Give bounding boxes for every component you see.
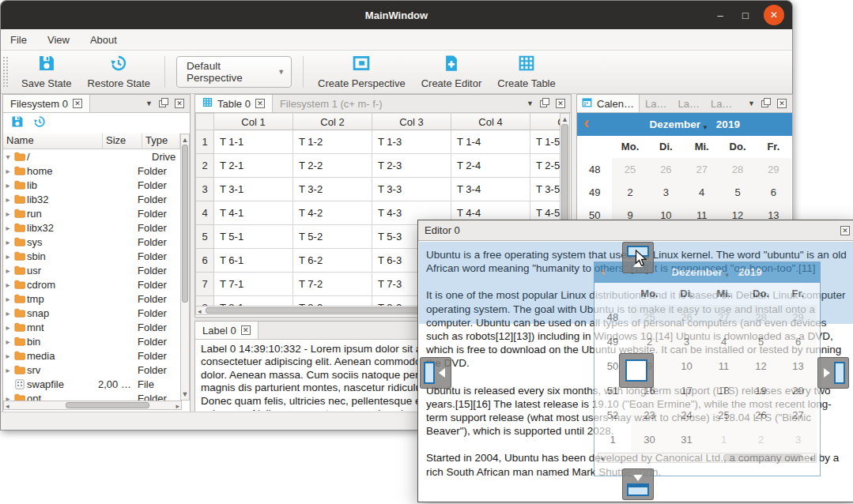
tree-expander-icon[interactable]: ▸ <box>3 366 13 374</box>
create-perspective-button[interactable]: Create Perspective <box>310 51 413 92</box>
tree-expander-icon[interactable]: ▸ <box>3 337 13 346</box>
editor-titlebar[interactable]: Editor 0 ✕ <box>418 220 853 241</box>
tree-column-header[interactable]: Type <box>142 134 180 149</box>
tab-calendar[interactable]: Calen… <box>577 95 640 112</box>
tree-column-header[interactable]: Size <box>103 134 142 149</box>
calendar-day-cell[interactable]: 4 <box>684 181 719 204</box>
tab-filesystem-1[interactable]: Filesystem 1 (c+ m- f-) <box>273 95 390 112</box>
table-corner-cell[interactable] <box>195 113 214 130</box>
tree-horizontal-scrollbar[interactable]: ◂ ▸ <box>3 401 182 410</box>
tree-header[interactable]: NameSizeType <box>3 134 180 149</box>
calendar-prev-icon[interactable]: ‹ <box>577 115 597 135</box>
calendar-day-cell[interactable]: 26 <box>648 158 684 181</box>
minimize-button[interactable]: – <box>713 9 727 21</box>
table-column-header[interactable]: Col 3 <box>372 113 451 130</box>
table-cell[interactable]: T 4-1 <box>214 201 293 225</box>
table-cell[interactable]: T 3-1 <box>214 178 293 201</box>
table-cell[interactable]: T 6-2 <box>293 249 372 273</box>
dock-menu-icon[interactable]: ▼ <box>748 100 755 107</box>
undock-icon[interactable] <box>761 96 771 111</box>
tree-row-bin[interactable]: ▸binFolder <box>3 334 182 348</box>
table-cell[interactable]: T 2-3 <box>372 154 451 178</box>
tab-close-icon[interactable]: ✕ <box>255 99 265 108</box>
table-column-header[interactable]: Col 2 <box>293 113 372 130</box>
tree-row-opt[interactable]: ▸optFolder <box>3 391 182 401</box>
editor-close-icon[interactable]: ✕ <box>840 226 850 235</box>
table-row-header[interactable]: 6 <box>195 249 214 273</box>
table-cell[interactable]: T 8-1 <box>214 296 293 306</box>
tree-expander-icon[interactable]: ▸ <box>3 266 13 275</box>
table-cell[interactable]: T 2-1 <box>214 154 293 178</box>
table-cell[interactable]: T 2-2 <box>293 154 372 178</box>
table-column-header[interactable]: Col 1 <box>214 113 293 130</box>
table-row-header[interactable]: 3 <box>195 178 214 201</box>
table-row-header[interactable]: 4 <box>195 201 214 225</box>
calendar-month-year[interactable]: Dezember▼2019 <box>597 118 792 131</box>
tree-row-cdrom[interactable]: ▸cdromFolder <box>3 277 182 291</box>
calendar-day-cell[interactable]: 28 <box>719 158 755 181</box>
tab-filesystem-0[interactable]: Filesystem 0 ✕ <box>3 95 90 112</box>
tree-expander-icon[interactable]: ▸ <box>3 181 13 190</box>
dock-close-icon[interactable]: ✕ <box>777 99 787 108</box>
calendar-day-cell[interactable]: 25 <box>612 158 647 181</box>
table-cell[interactable]: T 7-2 <box>293 273 372 296</box>
close-button[interactable]: ✕ <box>764 5 784 25</box>
tree-expander-icon[interactable]: ▾ <box>3 152 13 161</box>
tab-close-icon[interactable]: ✕ <box>73 99 82 108</box>
menu-view[interactable]: View <box>47 34 70 46</box>
table-cell[interactable]: T 5-2 <box>293 225 372 249</box>
dock-menu-icon[interactable]: ▼ <box>145 100 153 107</box>
dock-indicator-right[interactable] <box>817 357 849 389</box>
dock-indicator-center[interactable] <box>619 353 654 388</box>
tree-row-home[interactable]: ▸homeFolder <box>3 164 182 178</box>
tree-row-snap[interactable]: ▸snapFolder <box>3 306 182 320</box>
dock-indicator-left[interactable] <box>420 357 451 389</box>
menu-about[interactable]: About <box>90 34 117 46</box>
restore-state-button[interactable]: Restore State <box>80 51 159 92</box>
tree-expander-icon[interactable]: ▸ <box>3 195 13 204</box>
table-cell[interactable]: T 4-2 <box>293 201 372 225</box>
table-row-header[interactable]: 2 <box>195 154 214 178</box>
tree-vertical-scrollbar[interactable]: ▲ ▼ <box>180 134 190 401</box>
table-column-header[interactable]: Col 5 <box>530 113 560 130</box>
table-cell[interactable]: T 7-1 <box>214 273 293 296</box>
calendar-day-cell[interactable]: 6 <box>756 181 791 204</box>
table-cell[interactable]: T 1-3 <box>372 130 451 154</box>
calendar-day-cell[interactable]: 29 <box>756 158 791 181</box>
table-cell[interactable]: T 3-5 <box>530 178 560 201</box>
tree-expander-icon[interactable]: ▸ <box>3 280 13 289</box>
table-row-header[interactable]: 1 <box>195 130 214 154</box>
create-editor-button[interactable]: Create Editor <box>413 51 490 92</box>
table-cell[interactable]: T 3-3 <box>372 178 451 201</box>
tree-expander-icon[interactable]: ▸ <box>3 352 13 360</box>
tree-row-media[interactable]: ▸mediaFolder <box>3 348 182 363</box>
tree-expander-icon[interactable]: ▸ <box>3 295 13 303</box>
tree-expander-icon[interactable]: ▸ <box>3 394 13 401</box>
calendar-day-cell[interactable]: 27 <box>684 158 719 181</box>
dock-close-icon[interactable]: ✕ <box>175 99 184 108</box>
tree-row-swapfile[interactable]: swapfile2,00 …File <box>3 377 182 391</box>
table-cell[interactable]: T 1-1 <box>214 130 293 154</box>
dock-menu-icon[interactable]: ▼ <box>527 100 534 107</box>
create-table-button[interactable]: Create Table <box>489 51 563 92</box>
tree-row-root[interactable]: ▾/Drive <box>3 149 182 164</box>
tab-close-icon[interactable]: ✕ <box>241 325 251 335</box>
perspective-combobox[interactable]: Default Perspective ▼ <box>176 56 292 88</box>
tree-row-lib[interactable]: ▸libFolder <box>3 178 182 192</box>
table-cell[interactable]: T 1-2 <box>293 130 372 154</box>
tree-expander-icon[interactable]: ▸ <box>3 252 13 261</box>
menu-file[interactable]: File <box>10 34 27 46</box>
table-cell[interactable]: T 3-4 <box>451 178 530 201</box>
tab-label-2[interactable]: La… <box>672 95 704 112</box>
undock-icon[interactable] <box>159 96 168 111</box>
calendar-day-cell[interactable]: 2 <box>612 181 647 204</box>
tree-row-run[interactable]: ▸runFolder <box>3 206 182 220</box>
calendar-day-cell[interactable]: 3 <box>648 181 684 204</box>
save-state-button[interactable]: Save State <box>13 51 80 92</box>
tree-expander-icon[interactable]: ▸ <box>3 309 13 318</box>
table-cell[interactable]: T 1-5 <box>530 130 560 154</box>
tree-row-sys[interactable]: ▸sysFolder <box>3 235 182 249</box>
table-row-header[interactable]: 7 <box>195 273 214 296</box>
table-row-header[interactable]: 8 <box>195 296 214 306</box>
fs-save-icon[interactable] <box>11 115 24 131</box>
